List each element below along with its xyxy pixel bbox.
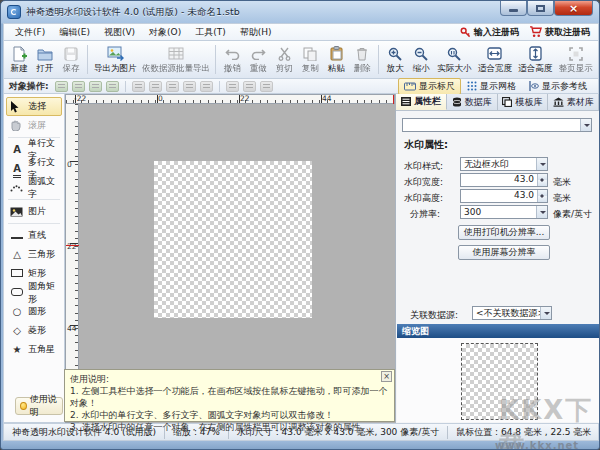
resolution-label: 分辨率:: [410, 208, 440, 221]
library-building-icon: [553, 97, 564, 107]
enter-register-code-link[interactable]: 输入注册码: [460, 26, 519, 39]
close-button[interactable]: ×: [554, 1, 593, 16]
use-screen-resolution-button[interactable]: 使用屏幕分辨率: [458, 245, 550, 260]
watermark-artboard[interactable]: [154, 161, 312, 318]
watermark-properties-title: 水印属性:: [404, 138, 448, 152]
width-unit: 毫米: [553, 176, 571, 189]
guides-icon: [528, 81, 539, 91]
cut-button[interactable]: 剪切: [271, 42, 297, 77]
select-tool[interactable]: 选择: [6, 97, 62, 116]
menu-help[interactable]: 帮助(H): [233, 24, 279, 41]
redo-icon: [251, 45, 266, 62]
copy-button[interactable]: 复制: [297, 42, 323, 77]
maximize-button[interactable]: [527, 1, 554, 16]
actual-size-button[interactable]: 实际大小: [434, 42, 474, 77]
width-spinner[interactable]: 43.0: [460, 173, 548, 187]
zoom-out-button[interactable]: 缩小: [408, 42, 434, 77]
properties-panel: 属性栏 数据库 模板库 素材库 水印属性: 水印样式: 无边框水印 水印宽度:: [395, 94, 599, 423]
tab-templates[interactable]: 模板库: [498, 94, 549, 110]
panel-tabs: 属性栏 数据库 模板库 素材库: [396, 94, 599, 111]
h-ruler-label: 0: [158, 94, 163, 103]
tab-properties[interactable]: 属性栏: [396, 94, 447, 110]
open-button[interactable]: 打开: [32, 42, 58, 77]
spinner-arrows-icon[interactable]: [537, 174, 547, 186]
redo-button[interactable]: 重做: [245, 42, 271, 77]
same-size-icon[interactable]: [260, 81, 273, 92]
object-selector-dropdown[interactable]: [402, 118, 592, 132]
pan-tool[interactable]: 滚屏: [6, 116, 62, 135]
tab-materials[interactable]: 素材库: [548, 94, 599, 110]
tab-database[interactable]: 数据库: [447, 94, 498, 110]
diamond-tool[interactable]: ◇ 菱形: [6, 321, 62, 340]
title-bar[interactable]: 神奇透明水印设计软件 4.0 (试用版) - 未命名1.stb ×: [1, 1, 600, 23]
align-right-icon[interactable]: [166, 81, 179, 92]
menu-file[interactable]: 文件(F): [8, 24, 52, 41]
zoom-in-button[interactable]: 放大: [382, 42, 408, 77]
paste-button[interactable]: 粘贴: [323, 42, 349, 77]
fit-height-button[interactable]: 适合高度: [515, 42, 555, 77]
resolution-dropdown[interactable]: 300: [460, 205, 548, 219]
usage-instructions-box: × 使用说明: 1. 左侧工具栏中选择一个功能后，在画布区域按住鼠标左键拖动，即…: [64, 369, 395, 422]
line-tool[interactable]: 直线: [6, 226, 62, 245]
grid-icon: [467, 81, 477, 91]
maximize-icon: [536, 5, 545, 12]
align-left-icon[interactable]: [132, 81, 145, 92]
save-button[interactable]: 保存: [58, 42, 84, 77]
spinner-arrows-icon[interactable]: [537, 190, 547, 202]
bring-to-front-icon[interactable]: [55, 81, 68, 92]
datasource-label: 关联数据源:: [410, 309, 458, 322]
triangle-icon: △: [10, 250, 24, 260]
align-bottom-icon[interactable]: [243, 81, 256, 92]
v-ruler-label: 22: [67, 242, 77, 251]
use-printer-resolution-button[interactable]: 使用打印机分辨率...: [458, 225, 550, 240]
datasource-dropdown[interactable]: <不关联数据源>: [472, 306, 552, 320]
star-icon: ★: [10, 345, 24, 355]
arc-text-icon: [10, 184, 24, 192]
template-icon: [502, 97, 512, 107]
style-dropdown[interactable]: 无边框水印: [460, 157, 548, 171]
rounded-rectangle-tool[interactable]: 圆角矩形: [6, 283, 62, 302]
bring-forward-icon[interactable]: [72, 81, 85, 92]
show-ruler-toggle[interactable]: 显示标尺: [398, 78, 461, 95]
menu-edit[interactable]: 编辑(E): [52, 24, 97, 41]
send-backward-icon[interactable]: [89, 81, 102, 92]
v-ruler-label: 44: [67, 324, 77, 333]
usage-help-button[interactable]: 使用说明: [15, 397, 63, 415]
minimize-button[interactable]: [500, 1, 527, 16]
open-folder-icon: [37, 45, 53, 62]
align-middle-icon[interactable]: [183, 81, 196, 92]
export-image-button[interactable]: 导出为图片: [91, 42, 140, 77]
clipboard-icon: [330, 45, 343, 62]
menu-view[interactable]: 视图(V): [97, 24, 142, 41]
fit-width-icon: [487, 45, 502, 62]
star-tool[interactable]: ★ 五角星: [6, 340, 62, 359]
batch-export-button[interactable]: 依数据源批量导出: [140, 42, 213, 77]
fit-width-button[interactable]: 适合宽度: [475, 42, 515, 77]
distribute-horizontal-icon[interactable]: [200, 81, 213, 92]
help-line: 1. 左侧工具栏中选择一个功能后，在画布区域按住鼠标左键拖动，即可添加一个对象！: [70, 385, 389, 409]
menu-bar: 文件(F) 编辑(E) 视图(V) 对象(O) 工具(T) 帮助(H) 输入注册…: [3, 23, 599, 41]
align-center-icon[interactable]: [149, 81, 162, 92]
undo-button[interactable]: 撤销: [219, 42, 245, 77]
height-spinner[interactable]: 43.0: [460, 189, 548, 203]
save-floppy-icon: [64, 45, 78, 62]
new-button[interactable]: 新建: [6, 42, 32, 77]
image-icon: [10, 207, 24, 217]
send-to-back-icon[interactable]: [106, 81, 119, 92]
menu-object[interactable]: 对象(O): [142, 24, 188, 41]
full-page-button[interactable]: 整页显示: [556, 42, 596, 77]
help-close-button[interactable]: ×: [381, 371, 392, 382]
database-icon: [452, 97, 462, 107]
align-top-icon[interactable]: [226, 81, 239, 92]
full-page-icon: [569, 45, 583, 62]
show-grid-toggle[interactable]: 显示网格: [461, 78, 522, 95]
image-tool[interactable]: 图片: [6, 202, 62, 221]
triangle-tool[interactable]: △ 三角形: [6, 245, 62, 264]
menu-tools[interactable]: 工具(T): [188, 24, 233, 41]
show-guides-toggle[interactable]: 显示参考线: [522, 78, 593, 95]
arc-text-tool[interactable]: 圆弧文字: [6, 178, 62, 197]
thumbnail-preview[interactable]: [462, 344, 537, 419]
get-register-code-link[interactable]: 获取注册码: [529, 26, 590, 39]
delete-button[interactable]: 删除: [349, 42, 375, 77]
datasource-table-icon: [168, 45, 184, 62]
